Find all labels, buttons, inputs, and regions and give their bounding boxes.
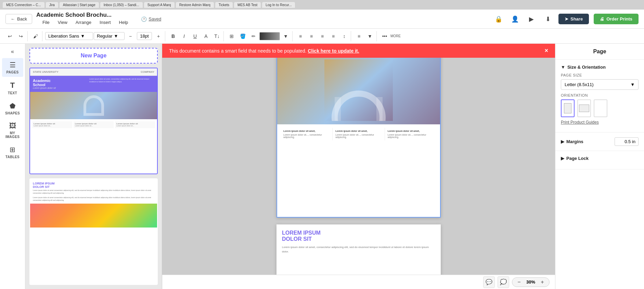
- margins-input[interactable]: [615, 137, 639, 146]
- font-size-decrease[interactable]: −: [125, 31, 136, 41]
- new-page-button[interactable]: New Page: [29, 48, 158, 64]
- align-left-button[interactable]: ≡: [295, 31, 306, 41]
- menu-help[interactable]: Help: [116, 18, 132, 26]
- italic-button[interactable]: I: [179, 31, 189, 41]
- thumb-image-2: [30, 204, 157, 228]
- landscape-icon: [579, 105, 589, 112]
- menu-file[interactable]: File: [39, 18, 53, 26]
- browser-tab[interactable]: Support A Marq: [144, 2, 175, 8]
- browser-tab[interactable]: Inbox (1,050) – Sandi...: [100, 2, 143, 8]
- zoom-in-button[interactable]: +: [539, 279, 546, 285]
- portrait-orientation-option[interactable]: [561, 99, 575, 117]
- print-guides-link[interactable]: Print Product Guides: [561, 117, 639, 127]
- font-name: Liberation Sans: [48, 33, 79, 39]
- menu-view[interactable]: View: [54, 18, 71, 26]
- play-icon-btn[interactable]: ▶: [526, 13, 537, 25]
- saved-status: 🕐 Saved: [141, 16, 161, 22]
- list-dropdown[interactable]: ▼: [365, 31, 375, 41]
- comment-button[interactable]: 💬: [483, 276, 495, 288]
- menu-insert[interactable]: Insert: [96, 18, 114, 26]
- canvas-col-1-text: Lorem ipsum dolor sit..., consectetur ad…: [283, 134, 330, 138]
- bold-button[interactable]: B: [168, 31, 178, 41]
- page-lock-toggle[interactable]: ▶ Page Lock: [561, 156, 639, 161]
- underline-button[interactable]: U: [190, 31, 200, 41]
- text-style-button[interactable]: T↓: [212, 31, 222, 41]
- browser-tab[interactable]: Log In to Recur...: [262, 2, 295, 8]
- saved-label: Saved: [149, 16, 161, 22]
- size-orientation-section: ▼ Size & Orientation PAGE SIZE Letter (8…: [555, 60, 644, 133]
- align-center-button[interactable]: ≡: [306, 31, 317, 41]
- canvas-main-image: [277, 58, 440, 124]
- color-button[interactable]: A: [201, 31, 211, 41]
- font-family-selector[interactable]: Liberation Sans ▼: [45, 32, 93, 40]
- download-icon-btn[interactable]: ⬇: [542, 13, 554, 25]
- sidebar-item-pages[interactable]: ☰ PAGES: [2, 58, 23, 77]
- font-style-selector[interactable]: Regular ▼: [94, 32, 125, 40]
- chat-button[interactable]: 💭: [498, 276, 509, 288]
- browser-tab[interactable]: MES AB Test: [234, 2, 261, 8]
- font-size-value[interactable]: 18pt: [137, 32, 152, 40]
- app-header: ← Back Academic School Brochu... File Vi…: [0, 10, 644, 29]
- notification-close-button[interactable]: ×: [544, 47, 548, 54]
- landscape-orientation-option[interactable]: [577, 99, 591, 117]
- page-thumbnail-2[interactable]: LOREM IPSUM DOLOR SIT Lorem ipsum dolor …: [29, 178, 158, 285]
- thumb-title-2: LOREM IPSUM DOLOR SIT: [30, 179, 157, 189]
- sidebar-item-text[interactable]: T TEXT: [2, 78, 23, 98]
- line-dropdown[interactable]: ▼: [281, 31, 291, 41]
- custom-orientation-option[interactable]: [594, 99, 607, 117]
- menu-arrange[interactable]: Arrange: [72, 18, 95, 26]
- sidebar-item-images[interactable]: 🖼 MY IMAGES: [2, 119, 23, 141]
- sidebar-images-label: MY IMAGES: [4, 131, 21, 139]
- browser-tab[interactable]: MES Connection – C...: [3, 2, 44, 8]
- browser-tab[interactable]: Jira: [46, 2, 58, 8]
- lock-icon-btn[interactable]: 🔒: [493, 13, 504, 25]
- browser-tab[interactable]: Restore Admin Marq: [176, 2, 214, 8]
- sidebar-item-shapes[interactable]: ⬟ SHAPES: [2, 99, 23, 118]
- back-button[interactable]: ← Back: [5, 14, 32, 24]
- thumb-body-2: Lorem ipsum dolor sit amet consectetur a…: [30, 189, 157, 196]
- align-justify-button[interactable]: ≡: [328, 31, 338, 41]
- size-orientation-label: Size & Orientation: [567, 65, 606, 70]
- canvas-page-1[interactable]: STATE UNIVERSITY COMPANY AcademicSchool …: [276, 58, 441, 218]
- crop-button[interactable]: ⊞: [227, 31, 237, 41]
- page-thumbnail-1[interactable]: STATE UNIVERSITY COMPANY Academic School…: [29, 68, 158, 174]
- font-size-increase[interactable]: +: [153, 31, 164, 41]
- order-prints-button[interactable]: 🖨 Order Prints: [594, 14, 639, 24]
- zoom-out-button[interactable]: −: [516, 279, 523, 285]
- align-right-button[interactable]: ≡: [317, 31, 327, 41]
- canvas-col-3-text: Lorem ipsum dolor sit..., consectetur ad…: [388, 134, 434, 138]
- canvas-content: STATE UNIVERSITY COMPANY AcademicSchool …: [162, 58, 555, 275]
- line-style-selector[interactable]: [259, 32, 280, 40]
- format-paint-button[interactable]: 🖌: [30, 31, 41, 41]
- arch-illustration: [324, 59, 393, 121]
- effects-button[interactable]: ✏: [248, 31, 259, 41]
- margins-toggle[interactable]: ▶ Margins: [561, 139, 583, 144]
- print-icon: 🖨: [600, 16, 604, 22]
- back-arrow-icon: ←: [11, 16, 15, 22]
- notification-link[interactable]: Click here to update it.: [308, 48, 359, 54]
- browser-tab[interactable]: Tickets: [215, 2, 233, 8]
- fill-button[interactable]: 🪣: [237, 31, 248, 41]
- page-size-selector[interactable]: Letter (8.5x11) ▼: [561, 79, 639, 90]
- sidebar-text-label: TEXT: [8, 91, 17, 95]
- browser-tab[interactable]: Atlassian | Start page: [60, 2, 99, 8]
- share-button[interactable]: ➤ Share: [558, 14, 589, 24]
- more-button[interactable]: •••: [379, 31, 390, 41]
- undo-button[interactable]: ↩: [5, 31, 15, 41]
- more-label: MORE: [390, 34, 401, 38]
- thumb-header-1: STATE UNIVERSITY COMPANY: [30, 68, 157, 76]
- size-orientation-toggle[interactable]: ▼ Size & Orientation: [561, 65, 639, 70]
- font-style: Regular: [97, 33, 113, 39]
- text-format-group: B I U A T↓: [167, 31, 224, 41]
- collapse-sidebar-button[interactable]: «: [9, 46, 16, 57]
- portrait-icon: [564, 103, 571, 113]
- page-size-value: Letter (8.5x11): [565, 82, 594, 87]
- line-height-button[interactable]: ↕: [339, 31, 349, 41]
- document-title: Academic School Brochu...: [36, 12, 131, 18]
- user-plus-icon-btn[interactable]: 👤: [509, 13, 521, 25]
- redo-button[interactable]: ↪: [16, 31, 26, 41]
- sidebar-item-tables[interactable]: ⊞ TABLES: [2, 143, 23, 162]
- list-button[interactable]: ≡: [354, 31, 364, 41]
- canvas-page-2[interactable]: LOREM IPSUM DOLOR SIT Lorem ipsum dolor …: [276, 224, 441, 275]
- thumb-title-1: Academic School: [33, 79, 85, 87]
